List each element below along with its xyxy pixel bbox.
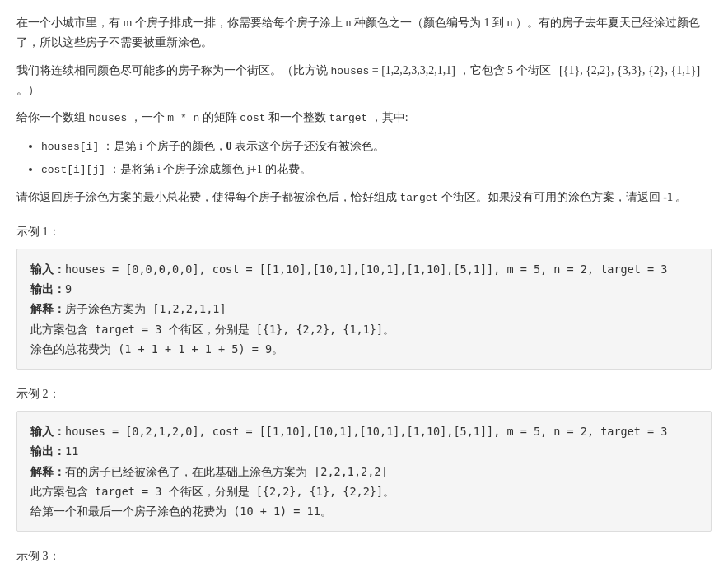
example3-title: 示例 3： (16, 546, 712, 566)
example2-explain2: 此方案包含 target = 3 个街区，分别是 [{2,2}, {1}, {2… (30, 481, 698, 501)
example1-explain3: 涂色的总花费为 (1 + 1 + 1 + 1 + 5) = 9。 (30, 339, 698, 359)
example1-input-label: 输入： (30, 263, 65, 276)
example1-explain1: 解释：房子涂色方案为 [1,2,2,1,1] (30, 299, 698, 319)
example2-output-value: 11 (65, 444, 78, 458)
example1-code-block: 输入：houses = [0,0,0,0,0], cost = [[1,10],… (16, 249, 712, 370)
example2-input-label: 输入： (30, 425, 65, 438)
inline-code-houses-i: houses[i] (41, 141, 99, 153)
bullet-item-2: cost[i][j] ：是将第 i 个房子涂成颜色 j+1 的花费。 (41, 160, 712, 179)
inline-code-mn: m * n (167, 112, 199, 124)
example2-output: 输出：11 (30, 441, 698, 461)
inline-code-target2: target (400, 192, 439, 204)
example1-section: 示例 1： 输入：houses = [0,0,0,0,0], cost = [[… (16, 222, 712, 370)
example2-explain3: 给第一个和最后一个房子涂色的花费为 (10 + 1) = 11。 (30, 501, 698, 521)
inline-code-cost: cost (240, 112, 265, 124)
example1-explain1-value: 房子涂色方案为 [1,2,2,1,1] (65, 302, 226, 315)
bullet-item-1: houses[i] ：是第 i 个房子的颜色，0 表示这个房子还没有被涂色。 (41, 137, 712, 156)
intro-para2: 我们将连续相同颜色尽可能多的房子称为一个街区。（比方说 houses = [1,… (16, 61, 712, 100)
example1-explain-label: 解释： (30, 302, 65, 315)
example2-output-label: 输出： (30, 444, 65, 458)
example2-explain-label: 解释： (30, 465, 65, 478)
intro-section: 在一个小城市里，有 m 个房子排成一排，你需要给每个房子涂上 n 种颜色之一（颜… (16, 13, 712, 207)
example3-section: 示例 3： 输入：houses = [0,0,0,0,0], cost = [[… (16, 546, 712, 572)
minus-one-highlight: -1 (663, 191, 673, 203)
example2-code-block: 输入：houses = [0,2,1,2,0], cost = [[1,10],… (16, 411, 712, 532)
example2-input-value: houses = [0,2,1,2,0], cost = [[1,10],[10… (65, 425, 668, 438)
example2-input: 输入：houses = [0,2,1,2,0], cost = [[1,10],… (30, 421, 698, 441)
intro-para3: 给你一个数组 houses ，一个 m * n 的矩阵 cost 和一个整数 t… (16, 108, 712, 128)
inline-code-houses2: houses (89, 112, 128, 124)
example2-explain1-value: 有的房子已经被涂色了，在此基础上涂色方案为 [2,2,1,2,2] (65, 465, 388, 478)
example2-section: 示例 2： 输入：houses = [0,2,1,2,0], cost = [[… (16, 384, 712, 532)
example2-explain1: 解释：有的房子已经被涂色了，在此基础上涂色方案为 [2,2,1,2,2] (30, 462, 698, 481)
example1-input-value: houses = [0,0,0,0,0], cost = [[1,10],[10… (65, 263, 668, 276)
example1-title: 示例 1： (16, 222, 712, 242)
zero-highlight: 0 (226, 140, 232, 152)
inline-code-cost-ij: cost[i][j] (41, 164, 105, 176)
example1-output-label: 输出： (30, 282, 65, 295)
bullet-list: houses[i] ：是第 i 个房子的颜色，0 表示这个房子还没有被涂色。 c… (41, 137, 712, 179)
example1-explain2: 此方案包含 target = 3 个街区，分别是 [{1}, {2,2}, {1… (30, 319, 698, 339)
example1-output-value: 9 (65, 282, 72, 295)
intro-para4: 请你返回房子涂色方案的最小总花费，使得每个房子都被涂色后，恰好组成 target… (16, 188, 712, 207)
example2-title: 示例 2： (16, 384, 712, 404)
intro-para1: 在一个小城市里，有 m 个房子排成一排，你需要给每个房子涂上 n 种颜色之一（颜… (16, 13, 712, 53)
example1-input: 输入：houses = [0,0,0,0,0], cost = [[1,10],… (30, 259, 698, 279)
example1-output: 输出：9 (30, 279, 698, 299)
inline-code-target: target (329, 112, 368, 124)
inline-code-houses: houses (331, 65, 370, 77)
